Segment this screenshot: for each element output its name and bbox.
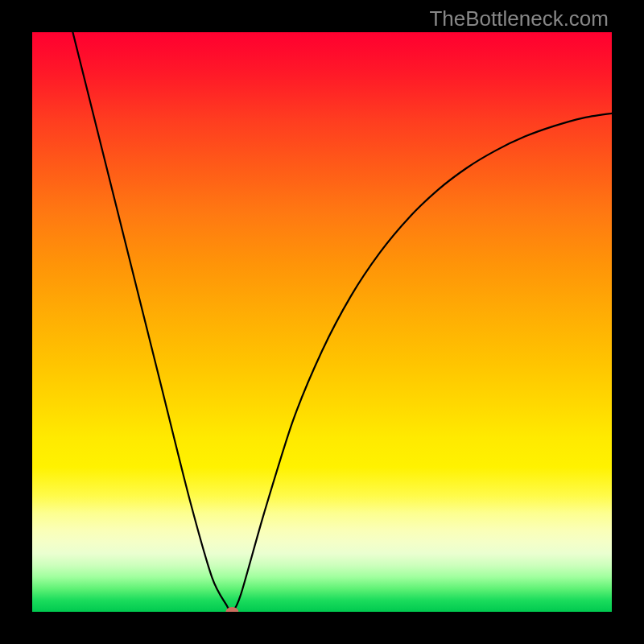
chart-container: TheBottleneck.com — [0, 0, 644, 644]
chart-curve — [72, 32, 612, 612]
watermark-text: TheBottleneck.com — [429, 6, 609, 31]
plot-area — [32, 32, 612, 612]
curve-svg — [32, 32, 612, 612]
